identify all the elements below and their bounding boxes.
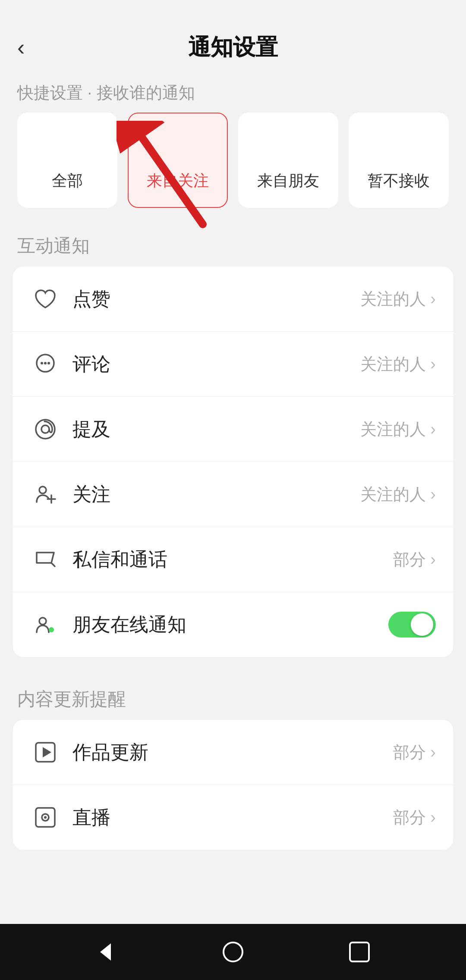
like-value: 关注的人 › [360,288,436,310]
mention-item[interactable]: 提及 关注的人 › [13,397,453,462]
like-chevron: › [430,290,436,308]
mention-value: 关注的人 › [360,418,436,440]
follow-label: 关注 [72,482,360,507]
comment-icon [30,349,60,379]
svg-point-23 [39,618,46,625]
navigation-bar [0,924,466,980]
message-item[interactable]: 私信和通话 部分 › [13,527,453,592]
nav-home-button[interactable] [216,935,250,969]
quick-item-none-label: 暂不接收 [368,170,430,192]
mention-label: 提及 [72,417,360,442]
follow-icon [30,479,60,509]
follow-chevron: › [430,485,436,504]
message-chevron: › [430,550,436,569]
online-label: 朋友在线通知 [72,612,388,638]
message-value: 部分 › [393,549,436,571]
page-title: 通知设置 [188,32,278,63]
mention-chevron: › [430,420,436,439]
svg-point-31 [224,942,242,961]
header: ‹ 通知设置 [0,26,466,69]
like-label: 点赞 [72,286,360,312]
quick-item-following-label: 来自关注 [147,170,209,192]
quick-item-friends-label: 来自朋友 [257,170,319,192]
follow-item[interactable]: 关注 关注的人 › [13,462,453,527]
content-section-title: 内容更新提醒 [0,674,466,720]
works-chevron: › [430,743,436,762]
svg-marker-26 [43,747,51,757]
online-toggle[interactable] [388,612,436,638]
comment-value: 关注的人 › [360,353,436,375]
nav-back-button[interactable] [89,935,124,969]
svg-rect-32 [350,942,369,961]
live-value: 部分 › [393,807,436,829]
comment-item[interactable]: 评论 关注的人 › [13,332,453,397]
quick-item-all[interactable]: 全部 [17,113,117,208]
works-label: 作品更新 [72,740,393,765]
svg-point-19 [41,425,49,433]
works-icon [30,737,60,767]
svg-point-24 [49,627,54,632]
toggle-knob [411,613,433,636]
interaction-section-title: 互动通知 [0,221,466,267]
like-icon [30,284,60,314]
quick-item-all-label: 全部 [52,170,83,192]
svg-point-16 [44,362,47,364]
quick-item-friends[interactable]: 来自朋友 [238,113,338,208]
status-bar [0,0,466,26]
interaction-card: 点赞 关注的人 › 评论 关注的人 › [13,267,453,657]
live-label: 直播 [72,805,393,830]
online-item[interactable]: 朋友在线通知 [13,592,453,657]
live-item[interactable]: 直播 部分 › [13,785,453,850]
like-item[interactable]: 点赞 关注的人 › [13,267,453,332]
svg-point-29 [44,816,47,819]
mention-icon [30,414,60,444]
quick-settings-grid: 全部 来自关注 来自朋友 [0,113,466,221]
comment-label: 评论 [72,352,360,377]
svg-point-17 [47,362,50,364]
svg-point-15 [41,362,43,364]
live-icon [30,802,60,832]
quick-item-none[interactable]: 暂不接收 [349,113,449,208]
message-label: 私信和通话 [72,547,393,572]
svg-point-20 [39,487,46,493]
back-button[interactable]: ‹ [17,35,25,60]
follow-value: 关注的人 › [360,484,436,506]
content-card: 作品更新 部分 › 直播 部分 › [13,720,453,850]
svg-marker-30 [100,943,111,961]
online-icon [30,609,60,640]
quick-settings-label: 快捷设置 · 接收谁的通知 [0,69,466,113]
works-item[interactable]: 作品更新 部分 › [13,720,453,785]
message-icon [30,544,60,575]
works-value: 部分 › [393,741,436,763]
live-chevron: › [430,808,436,827]
quick-item-following[interactable]: 来自关注 [128,113,228,208]
nav-recent-button[interactable] [342,935,377,969]
comment-chevron: › [430,355,436,374]
